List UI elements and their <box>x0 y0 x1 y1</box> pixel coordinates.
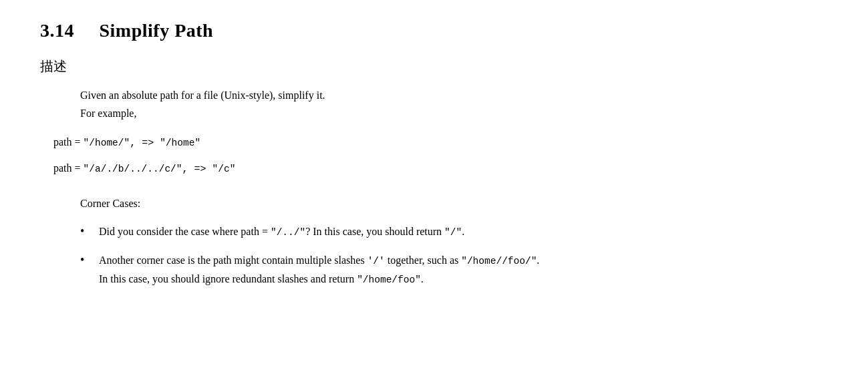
bullet1-code2: "/" <box>444 227 462 238</box>
example1-arrow: , => <box>130 138 160 149</box>
page-title: 3.14 Simplify Path <box>40 20 828 41</box>
bullet-dot-2: • <box>80 251 94 269</box>
example2-arrow: , => <box>182 164 212 175</box>
example1-code1: "/home/" <box>84 138 130 148</box>
bullet-item-1: • Did you consider the case where path =… <box>80 222 828 241</box>
description-line2: For example, <box>80 104 828 122</box>
example1-code2: "/home" <box>160 138 200 148</box>
description-block: Given an absolute path for a file (Unix-… <box>80 86 828 122</box>
bullet-item-2: • Another corner case is the path might … <box>80 251 828 288</box>
example2-label: path = <box>53 162 84 174</box>
title-text: Simplify Path <box>100 20 214 41</box>
example2-code1: "/a/./b/../../c/" <box>84 164 182 174</box>
example-2: path = "/a/./b/../../c/", => "/c" <box>53 159 828 178</box>
example2-code2: "/c" <box>212 164 236 174</box>
corner-cases-block: Corner Cases: • Did you consider the cas… <box>80 194 828 288</box>
example1-label: path = <box>53 136 84 148</box>
bullet2-code2: "/home//foo/" <box>461 256 537 266</box>
bullet-list: • Did you consider the case where path =… <box>80 222 828 289</box>
corner-cases-title: Corner Cases: <box>80 194 828 212</box>
bullet1-code1: "/../" <box>271 227 305 238</box>
bullet-text-1: Did you consider the case where path = "… <box>99 222 828 241</box>
section-heading: 描述 <box>40 57 828 75</box>
bullet2-code1: '/' <box>368 256 385 266</box>
title-number: 3.14 <box>40 20 74 41</box>
example-1: path = "/home/", => "/home" <box>53 133 828 152</box>
bullet2-code3: "/home/foo" <box>357 274 421 285</box>
description-line1: Given an absolute path for a file (Unix-… <box>80 86 828 104</box>
bullet-dot-1: • <box>80 222 94 240</box>
bullet-text-2: Another corner case is the path might co… <box>99 251 828 288</box>
